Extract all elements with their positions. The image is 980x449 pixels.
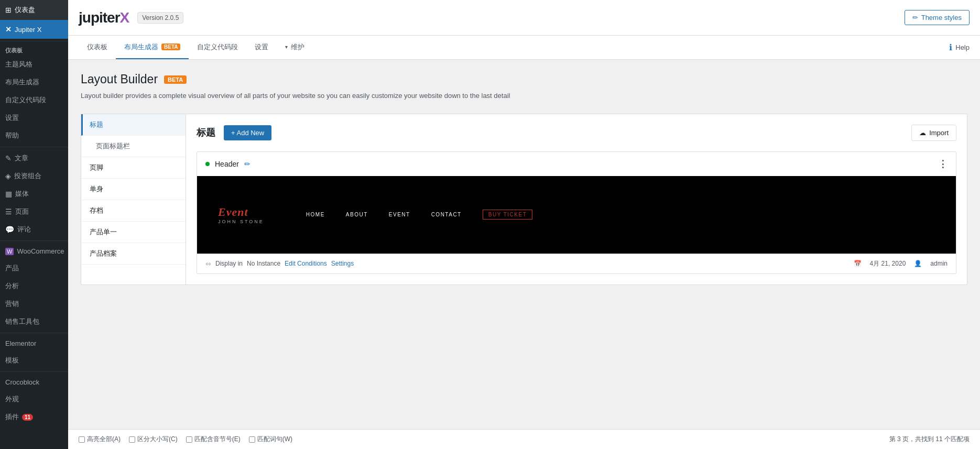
checkbox-match-words[interactable] [249, 436, 255, 443]
sidebar-item-templates[interactable]: 模板 [0, 352, 68, 369]
sidebar-item-label: 自定义代码段 [5, 95, 46, 105]
sidebar-item-label: 分析 [5, 281, 19, 291]
preview-logo-main: Event [218, 205, 248, 219]
tab-dashboard-label: 仪表板 [87, 42, 107, 52]
display-in-label: Display in [215, 260, 243, 267]
layout-sidebar-footer[interactable]: 页脚 [81, 157, 186, 179]
header-card-footer-right: 📅 4月 21, 2020 👤 admin [854, 259, 948, 268]
settings-link[interactable]: Settings [331, 260, 354, 267]
tab-layout-builder[interactable]: 布局生成器 BETA [116, 36, 189, 59]
dashboard-icon: ⊞ [5, 6, 12, 14]
sidebar-item-appearance[interactable]: 外观 [0, 390, 68, 408]
header-card-footer-left: ⇔ Display in No Instance Edit Conditions… [205, 260, 354, 268]
toolbar-label-match-diacritics: 匹配含音节号(E) [194, 435, 241, 444]
logo-text: jupiterX [79, 9, 129, 26]
preview-logo-sub: JOHN STONE [218, 219, 264, 224]
page-title-row: Layout Builder BETA [81, 72, 967, 86]
layout-main-header: 标题 + Add New ☁ Import [197, 125, 956, 141]
edit-conditions-link[interactable]: Edit Conditions [285, 260, 327, 267]
calendar-icon: 📅 [854, 260, 862, 267]
sidebar-item-media[interactable]: ▦ 媒体 [0, 185, 68, 203]
header-preview: Event JOHN STONE HOME ABOUT EVENT CONTAC… [197, 176, 956, 254]
theme-styles-icon: ✏ [912, 14, 918, 21]
page-description: Layout builder provides a complete visua… [81, 91, 967, 101]
checkbox-case-sensitive[interactable] [129, 436, 135, 443]
checkbox-match-diacritics[interactable] [186, 436, 192, 443]
sidebar-divider [0, 41, 68, 41]
sidebar-item-custom-code[interactable]: 自定义代码段 [0, 91, 68, 109]
woocommerce-icon: W [5, 248, 14, 255]
sidebar-item-label: 外观 [5, 395, 19, 404]
theme-styles-label: Theme styles [921, 14, 962, 21]
toolbar-item-case-sensitive[interactable]: 区分大小写(C) [129, 435, 178, 444]
media-icon: ▦ [5, 190, 12, 198]
layout-sidebar-product-archive-label: 产品档案 [90, 249, 117, 257]
sidebar-item-label: 评论 [17, 225, 31, 234]
layout-sidebar-page-title-bar-label: 页面标题栏 [96, 142, 130, 150]
sidebar-item-analytics[interactable]: 分析 [0, 277, 68, 295]
page-title: Layout Builder [81, 72, 158, 86]
tab-dashboard[interactable]: 仪表板 [79, 36, 116, 59]
page-info: 第 3 页，共找到 11 个匹配项 [889, 435, 970, 444]
sidebar-item-label: 插件 [5, 412, 19, 422]
sidebar-item-theme-style[interactable]: 主题风格 [0, 56, 68, 73]
edit-icon[interactable]: ✏ [244, 160, 251, 168]
checkbox-highlight-all[interactable] [79, 436, 85, 443]
layout-sidebar-archive[interactable]: 存档 [81, 200, 186, 222]
sidebar-item-woocommerce[interactable]: W WooCommerce [0, 243, 68, 259]
sidebar-item-plugins[interactable]: 插件 11 [0, 408, 68, 426]
tab-settings[interactable]: 设置 [246, 36, 277, 59]
sidebar-item-elementor[interactable]: Elementor [0, 335, 68, 352]
sidebar-item-dashboard[interactable]: ⊞ 仪表盘 [0, 0, 68, 20]
jupiterx-icon: ✕ [5, 25, 12, 34]
toolbar-item-match-words[interactable]: 匹配词句(W) [249, 435, 292, 444]
sidebar-item-label: 页面 [15, 207, 29, 216]
tab-maintenance[interactable]: ▾ 维护 [277, 36, 313, 59]
add-new-button[interactable]: + Add New [224, 125, 271, 140]
layout-sidebar-page-title-bar[interactable]: 页面标题栏 [81, 136, 186, 157]
header-card-top: Header ✏ ⋮ [197, 152, 956, 176]
import-button[interactable]: ☁ Import [911, 125, 956, 141]
layout-sidebar: 标题 页面标题栏 页脚 单身 存档 产品单一 产品档案 [81, 114, 186, 284]
sidebar-item-label: 销售工具包 [5, 317, 39, 326]
sidebar-item-pages[interactable]: ☰ 页面 [0, 203, 68, 221]
layout-sidebar-product-archive[interactable]: 产品档案 [81, 243, 186, 265]
layout-main-title: 标题 [197, 126, 215, 139]
sidebar-item-products[interactable]: 产品 [0, 259, 68, 277]
three-dots-menu[interactable]: ⋮ [938, 159, 948, 169]
import-label: Import [929, 129, 949, 137]
header-card: Header ✏ ⋮ Event JOHN STONE HOME [197, 151, 956, 274]
sidebar-item-crocoblock[interactable]: Crocoblock [0, 374, 68, 390]
tab-maintenance-arrow: ▾ [285, 44, 288, 50]
logo-x: X [120, 9, 129, 26]
help-icon: ℹ [949, 42, 952, 52]
tab-custom-code[interactable]: 自定义代码段 [189, 36, 246, 59]
bottom-toolbar: 高亮全部(A) 区分大小写(C) 匹配含音节号(E) 匹配词句(W) 第 3 页… [68, 429, 980, 449]
tab-navigation: 仪表板 布局生成器 BETA 自定义代码段 设置 ▾ 维护 ℹ Help [68, 36, 980, 60]
layout-sidebar-product-single[interactable]: 产品单一 [81, 222, 186, 243]
tab-layout-builder-badge: BETA [161, 43, 180, 50]
sidebar-item-sales-tools[interactable]: 销售工具包 [0, 313, 68, 331]
sidebar-item-articles[interactable]: ✎ 文章 [0, 149, 68, 167]
layout-sidebar-single[interactable]: 单身 [81, 179, 186, 200]
toolbar-item-match-diacritics[interactable]: 匹配含音节号(E) [186, 435, 241, 444]
sidebar-item-portfolio[interactable]: ◈ 投资组合 [0, 167, 68, 185]
help-button[interactable]: ℹ Help [949, 42, 970, 52]
theme-styles-button[interactable]: ✏ Theme styles [905, 10, 970, 25]
layout-sidebar-header[interactable]: 标题 [81, 114, 186, 136]
sidebar-item-comments[interactable]: 💬 评论 [0, 221, 68, 238]
sidebar-item-layout-builder[interactable]: 布局生成器 [0, 73, 68, 91]
sidebar-item-label: 主题风格 [5, 60, 32, 69]
layout-sidebar-archive-label: 存档 [90, 206, 103, 214]
preview-logo: Event JOHN STONE [218, 205, 264, 224]
sidebar-item-help[interactable]: 帮助 [0, 127, 68, 145]
portfolio-icon: ◈ [5, 172, 11, 180]
status-dot-active [205, 162, 210, 166]
sidebar-item-settings[interactable]: 设置 [0, 109, 68, 127]
toolbar-item-highlight-all[interactable]: 高亮全部(A) [79, 435, 121, 444]
layout-sidebar-header-label: 标题 [90, 121, 103, 128]
sidebar-item-jupiterx[interactable]: ✕ Jupiter X [0, 20, 68, 39]
top-header: jupiterX Version 2.0.5 ✏ Theme styles [68, 0, 980, 36]
toolbar-label-highlight-all: 高亮全部(A) [87, 435, 121, 444]
sidebar-item-marketing[interactable]: 营销 [0, 295, 68, 313]
